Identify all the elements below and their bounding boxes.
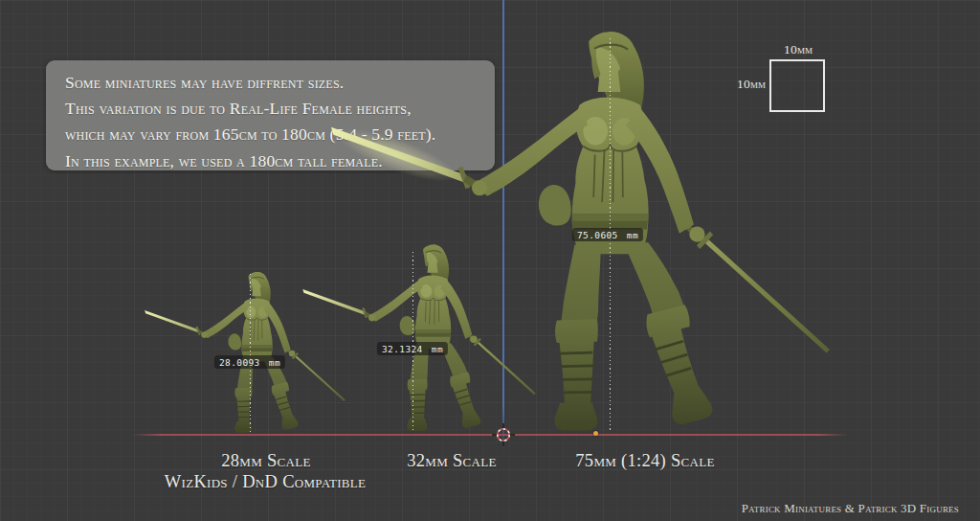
scale-label-28mm: 28mm Scale bbox=[221, 451, 310, 471]
scale-label-32mm: 32mm Scale bbox=[407, 451, 496, 471]
ruler-label-side: 10mm bbox=[737, 77, 766, 92]
scale-sublabel-wizkids: WizKids / DnD Compatible bbox=[165, 472, 366, 492]
measurement-badge-75mm: 75.0605 mm bbox=[572, 228, 643, 241]
3d-cursor-icon[interactable] bbox=[491, 422, 516, 447]
measurement-badge-32mm: 32.1324 mm bbox=[377, 342, 448, 355]
footer-credit: Patrick Miniatures & Patrick 3D Figures bbox=[742, 501, 959, 516]
measurement-badge-28mm: 28.0093 mm bbox=[214, 355, 285, 369]
blender-viewport[interactable]: Some miniatures may have diffrent sizes.… bbox=[0, 0, 980, 521]
measurement-line-28mm bbox=[250, 274, 251, 433]
scale-label-75mm: 75mm (1:24) Scale bbox=[575, 451, 714, 471]
ruler-label-top: 10mm bbox=[784, 42, 813, 57]
10mm-reference-square bbox=[769, 59, 825, 112]
